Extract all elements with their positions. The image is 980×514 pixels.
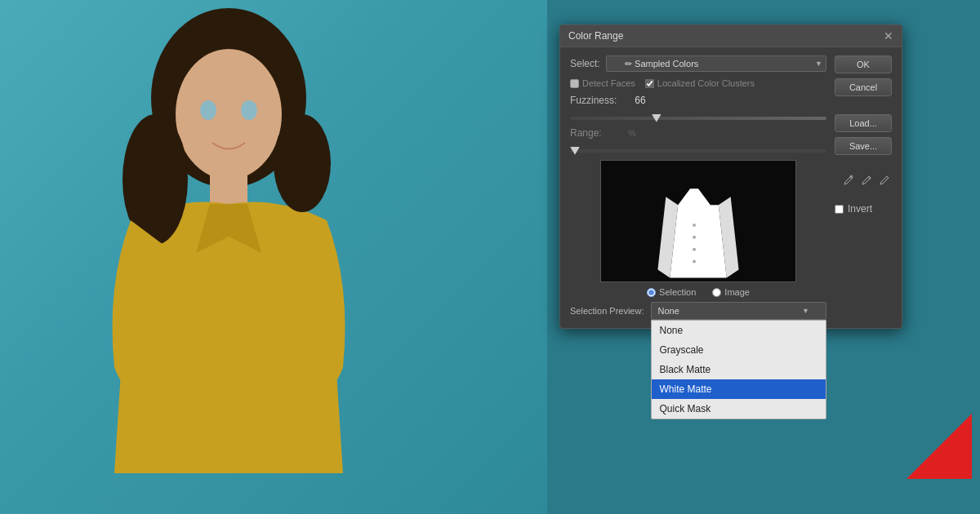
- svg-point-9: [693, 224, 696, 227]
- fuzziness-row: Fuzziness: 66: [570, 95, 826, 106]
- eyedropper-button[interactable]: [841, 173, 856, 190]
- preview-selected-value: None: [658, 306, 679, 316]
- range-slider-container: [570, 144, 826, 155]
- background-photo: [0, 0, 547, 514]
- preview-label: Selection Preview:: [570, 306, 644, 316]
- svg-point-6: [241, 100, 257, 120]
- select-row: Select: ✏ Sampled Colors ▼: [570, 55, 826, 72]
- detect-faces-label: Detect Faces: [582, 78, 635, 88]
- image-label: Image: [724, 287, 750, 297]
- svg-point-5: [200, 100, 216, 120]
- checkboxes-row: Detect Faces Localized Color Clusters: [570, 78, 826, 88]
- range-label: Range:: [570, 127, 623, 139]
- select-dropdown[interactable]: ✏ Sampled Colors: [606, 55, 826, 72]
- dialog-buttons: OK Cancel Load... Save... +: [835, 55, 892, 320]
- load-button[interactable]: Load...: [835, 114, 892, 132]
- save-button[interactable]: Save...: [835, 137, 892, 155]
- svg-point-1: [176, 49, 282, 179]
- dropdown-item-white-matte[interactable]: White Matte: [652, 379, 826, 399]
- fuzziness-label: Fuzziness:: [570, 95, 623, 106]
- select-label: Select:: [570, 58, 601, 69]
- svg-point-11: [693, 248, 696, 251]
- invert-row: Invert: [835, 203, 892, 215]
- svg-point-12: [693, 260, 696, 264]
- radio-row: Selection Image: [570, 287, 826, 297]
- detect-faces-checkbox[interactable]: [570, 79, 579, 88]
- svg-point-10: [693, 236, 696, 239]
- dialog-body: Select: ✏ Sampled Colors ▼ Detect Faces …: [560, 47, 902, 328]
- fuzziness-slider-container: [570, 111, 826, 122]
- color-range-dialog: Color Range ✕ Select: ✏ Sampled Colors ▼: [559, 24, 902, 329]
- selection-radio[interactable]: [647, 288, 656, 297]
- localized-clusters-item: Localized Color Clusters: [645, 78, 755, 88]
- svg-point-4: [274, 114, 331, 212]
- svg-marker-7: [906, 414, 972, 479]
- preview-dropdown-trigger[interactable]: None ▼: [651, 302, 827, 320]
- dialog-main: Select: ✏ Sampled Colors ▼ Detect Faces …: [570, 55, 826, 320]
- preview-dropdown-open: None Grayscale Black Matte White Matte Q…: [651, 320, 827, 419]
- ok-button[interactable]: OK: [835, 55, 892, 73]
- dropdown-item-grayscale[interactable]: Grayscale: [652, 340, 826, 360]
- dialog-titlebar: Color Range ✕: [560, 25, 902, 47]
- arrow-indicator: [890, 414, 972, 481]
- fuzziness-slider[interactable]: [570, 117, 826, 120]
- invert-checkbox[interactable]: [835, 205, 844, 214]
- selection-label: Selection: [659, 287, 696, 297]
- fuzziness-value: 66: [628, 95, 653, 106]
- range-unit: %: [628, 128, 636, 138]
- select-wrapper: ✏ Sampled Colors ▼: [606, 55, 826, 72]
- range-slider[interactable]: [570, 149, 826, 153]
- eyedropper-add-button[interactable]: +: [859, 173, 874, 190]
- preview-image: [600, 160, 796, 282]
- eyedroppers-row: + -: [835, 173, 892, 190]
- preview-container: [570, 160, 826, 282]
- localized-clusters-label: Localized Color Clusters: [657, 78, 755, 88]
- dropdown-item-none[interactable]: None: [652, 321, 826, 340]
- cancel-button[interactable]: Cancel: [835, 78, 892, 96]
- preview-dropdown-wrapper: None ▼ None Grayscale Black Matte White …: [651, 302, 827, 320]
- localized-clusters-checkbox[interactable]: [645, 79, 654, 88]
- selection-radio-item[interactable]: Selection: [647, 287, 696, 297]
- dropdown-item-black-matte[interactable]: Black Matte: [652, 360, 826, 379]
- image-radio[interactable]: [712, 288, 721, 297]
- svg-text:+: +: [868, 175, 871, 181]
- svg-rect-2: [210, 167, 247, 208]
- eyedropper-subtract-button[interactable]: -: [877, 173, 892, 190]
- range-row: Range: %: [570, 127, 826, 139]
- invert-label: Invert: [848, 203, 872, 215]
- close-button[interactable]: ✕: [884, 30, 893, 42]
- detect-faces-item: Detect Faces: [570, 78, 635, 88]
- dialog-title: Color Range: [568, 30, 623, 42]
- image-radio-item[interactable]: Image: [712, 287, 750, 297]
- selection-preview-row: Selection Preview: None ▼ None Grayscale…: [570, 302, 826, 320]
- preview-dropdown-arrow: ▼: [802, 307, 809, 315]
- dropdown-item-quick-mask[interactable]: Quick Mask: [652, 399, 826, 419]
